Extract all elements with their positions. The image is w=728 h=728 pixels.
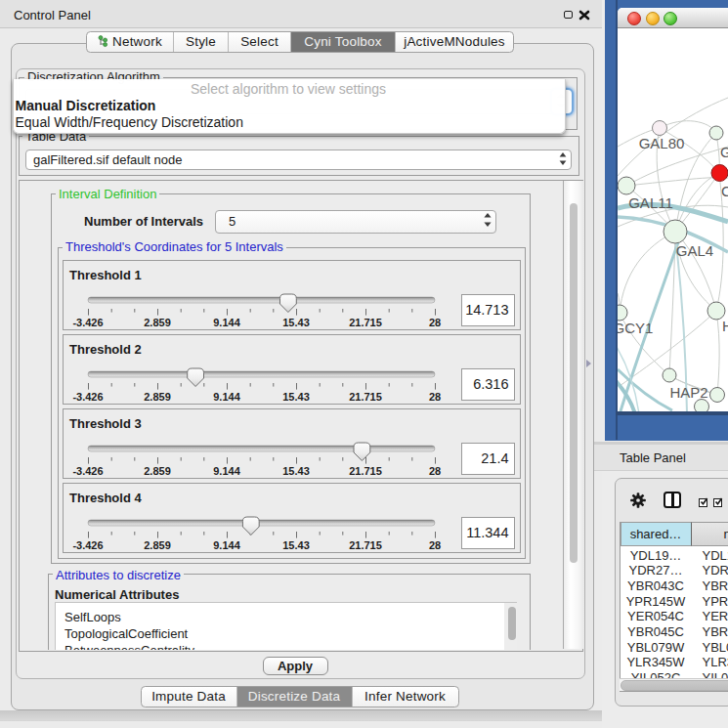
svg-text:GA: GA (720, 144, 728, 160)
svg-text:15.43: 15.43 (282, 465, 310, 477)
svg-text:2.859: 2.859 (144, 539, 171, 551)
svg-text:GAL80: GAL80 (639, 135, 685, 151)
svg-text:15.43: 15.43 (282, 539, 310, 551)
svg-text:HI: HI (722, 318, 728, 334)
svg-text:2.859: 2.859 (144, 465, 171, 477)
svg-text:28: 28 (429, 465, 441, 477)
svg-text:21.715: 21.715 (349, 391, 382, 403)
svg-text:28: 28 (429, 391, 441, 403)
svg-text:21.715: 21.715 (349, 539, 382, 551)
svg-text:9.144: 9.144 (213, 539, 240, 551)
svg-text:2.859: 2.859 (144, 391, 171, 403)
svg-text:9.144: 9.144 (213, 317, 240, 328)
svg-text:28: 28 (429, 317, 441, 328)
svg-text:-3.426: -3.426 (72, 465, 103, 477)
svg-text:15.43: 15.43 (282, 391, 310, 403)
svg-text:21.715: 21.715 (349, 317, 382, 328)
svg-text:HAP2: HAP2 (669, 384, 707, 401)
svg-text:9.144: 9.144 (213, 391, 240, 403)
svg-text:-3.426: -3.426 (72, 539, 103, 551)
svg-text:CD: CD (721, 183, 728, 199)
svg-text:2.859: 2.859 (144, 317, 171, 328)
svg-text:GAL11: GAL11 (628, 194, 673, 211)
svg-text:-3.426: -3.426 (72, 391, 103, 403)
svg-text:-3.426: -3.426 (72, 317, 103, 328)
svg-text:GCY1: GCY1 (618, 320, 653, 336)
svg-text:GAL4: GAL4 (676, 242, 713, 259)
svg-text:15.43: 15.43 (282, 317, 310, 328)
svg-text:9.144: 9.144 (213, 465, 240, 477)
svg-text:28: 28 (429, 539, 441, 551)
svg-text:21.715: 21.715 (349, 465, 382, 477)
